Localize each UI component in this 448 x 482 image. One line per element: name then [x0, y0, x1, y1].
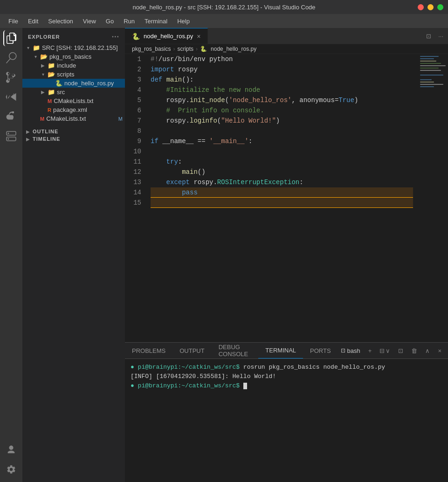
terminal-prompt-2: ● pi@brainypi:~/catkin_ws/src$ — [131, 382, 240, 389]
tree-item-src-root[interactable]: ▾ 📁 SRC [SSH: 192.168.22.155] — [22, 43, 125, 52]
xml-file-icon: R — [48, 107, 51, 113]
svg-point-2 — [8, 133, 9, 134]
line-num-6: 6 — [132, 105, 141, 116]
menu-selection[interactable]: Selection — [44, 16, 76, 26]
tree-item-scripts[interactable]: ▾ 📂 scripts — [22, 70, 125, 79]
tree-caret-timeline: ▶ — [24, 137, 32, 142]
code-line-1: #!/usr/bin/env python — [151, 54, 413, 64]
folder-icon-src-inner: 📁 — [48, 89, 55, 96]
svg-rect-11 — [420, 70, 441, 71]
code-area: 1 2 3 4 5 6 7 8 9 10 11 12 13 14 15 — [125, 54, 448, 342]
tree-item-cmake-pkg[interactable]: M CMakeLists.txt — [22, 96, 125, 105]
tree-label-pkg: pkg_ros_basics — [49, 53, 91, 60]
maximize-button[interactable] — [437, 4, 443, 10]
code-editor[interactable]: 1 2 3 4 5 6 7 8 9 10 11 12 13 14 15 — [125, 54, 418, 342]
minimize-button[interactable] — [427, 4, 434, 10]
git-indicator: M — [118, 116, 125, 122]
tree-caret-include: ▶ — [39, 63, 47, 68]
line-num-3: 3 — [132, 75, 141, 85]
window-controls — [418, 4, 443, 10]
more-actions-button[interactable]: ··· — [436, 31, 446, 41]
tab-python-icon: 🐍 — [132, 33, 140, 40]
panel-tab-debug-console[interactable]: DEBUG CONSOLE — [212, 343, 259, 358]
tree-item-src-inner[interactable]: ▶ 📁 src — [22, 88, 125, 96]
tree-item-node-hello-ros[interactable]: 🐍 node_hello_ros.py — [22, 79, 125, 88]
tree-item-include[interactable]: ▶ 📁 include — [22, 61, 125, 70]
breadcrumb-py-icon: 🐍 — [200, 46, 207, 52]
close-panel-button[interactable]: × — [435, 346, 444, 356]
svg-rect-5 — [420, 56, 439, 57]
terminal-cursor — [243, 383, 247, 389]
code-line-3: def main(): — [151, 75, 413, 85]
code-line-9: if __name__ == '__main__': — [151, 136, 413, 146]
tree-caret-src-root: ▾ — [24, 45, 32, 50]
terminal-shell-label: ⊡ bash — [338, 346, 363, 356]
svg-rect-10 — [420, 68, 439, 69]
kill-terminal-button[interactable]: 🗑 — [408, 346, 420, 356]
panel-tab-output[interactable]: OUTPUT — [172, 343, 211, 358]
breadcrumb-pkg[interactable]: pkg_ros_basics — [132, 46, 171, 52]
svg-rect-8 — [420, 63, 441, 64]
code-content[interactable]: #!/usr/bin/env python import rospy def m… — [146, 54, 418, 342]
source-control-activity-icon[interactable] — [3, 69, 19, 85]
breadcrumb-scripts[interactable]: scripts — [177, 46, 193, 52]
panel-tab-terminal[interactable]: TERMINAL — [258, 343, 303, 358]
editor-tab-node-hello-ros[interactable]: 🐍 node_hello_ros.py × — [125, 28, 208, 44]
menu-help[interactable]: Help — [173, 16, 193, 26]
terminal-prompt-1: ● pi@brainypi:~/catkin_ws/src$ — [131, 364, 240, 371]
terminal-content[interactable]: ● pi@brainypi:~/catkin_ws/src$ rosrun pk… — [125, 359, 448, 482]
line-num-1: 1 — [132, 54, 141, 64]
menu-file[interactable]: File — [5, 16, 22, 26]
code-line-10 — [151, 146, 413, 157]
code-line-11: try: — [151, 157, 413, 167]
account-activity-icon[interactable] — [3, 442, 19, 458]
folder-open-icon-scripts: 📂 — [48, 71, 55, 78]
explorer-activity-icon[interactable] — [3, 30, 19, 46]
sidebar: EXPLORER ··· ▾ 📁 SRC [SSH: 192.168.22.15… — [22, 28, 125, 482]
minimap-svg — [418, 54, 448, 189]
python-file-icon: 🐍 — [55, 80, 62, 87]
search-activity-icon[interactable] — [3, 50, 19, 66]
maximize-panel-button[interactable]: ⊡ — [395, 346, 406, 356]
tree-label-src-root: SRC [SSH: 192.168.22.155] — [42, 44, 118, 51]
panel-tab-problems[interactable]: PROBLEMS — [125, 343, 172, 358]
line-numbers: 1 2 3 4 5 6 7 8 9 10 11 12 13 14 15 — [125, 54, 146, 342]
terminal-line-3: ● pi@brainypi:~/catkin_ws/src$ — [131, 381, 442, 391]
close-button[interactable] — [418, 4, 424, 10]
code-line-6: # Print info on console. — [151, 105, 413, 116]
extensions-activity-icon[interactable] — [3, 109, 19, 124]
tree-caret-src-inner: ▶ — [39, 90, 47, 95]
tree-item-pkg-ros-basics[interactable]: ▾ 📂 pkg_ros_basics — [22, 52, 125, 61]
svg-rect-6 — [420, 58, 434, 59]
tree-item-timeline[interactable]: ▶ TIMELINE — [22, 135, 125, 143]
menu-go[interactable]: Go — [102, 16, 117, 26]
new-terminal-button[interactable]: + — [365, 346, 375, 356]
menu-edit[interactable]: Edit — [24, 16, 42, 26]
line-num-7: 7 — [132, 116, 141, 126]
code-line-13: except rospy.ROSInterruptException: — [151, 177, 413, 187]
sidebar-header: EXPLORER ··· — [22, 28, 125, 43]
settings-activity-icon[interactable] — [3, 461, 19, 477]
remote-explorer-activity-icon[interactable] — [3, 128, 19, 144]
panel-tab-ports[interactable]: PORTS — [303, 343, 338, 358]
tree-item-package-xml[interactable]: R package.xml — [22, 105, 125, 114]
breadcrumb: pkg_ros_basics › scripts › 🐍 node_hello_… — [125, 44, 448, 54]
tree-item-cmake-root[interactable]: M CMakeLists.txt M — [22, 114, 125, 123]
line-num-4: 4 — [132, 85, 141, 95]
tree-label-cmake-root: CMakeLists.txt — [46, 115, 86, 122]
svg-rect-12 — [420, 75, 443, 76]
menu-terminal[interactable]: Terminal — [141, 16, 171, 26]
menu-run[interactable]: Run — [120, 16, 138, 26]
main-layout: EXPLORER ··· ▾ 📁 SRC [SSH: 192.168.22.15… — [0, 28, 448, 482]
tree-item-outline[interactable]: ▶ OUTLINE — [22, 128, 125, 135]
breadcrumb-filename[interactable]: node_hello_ros.py — [211, 46, 256, 52]
folder-icon: 📁 — [33, 44, 40, 51]
split-editor-button[interactable]: ⊡ — [424, 31, 434, 41]
file-tree: ▾ 📁 SRC [SSH: 192.168.22.155] ▾ 📂 pkg_ro… — [22, 43, 125, 482]
split-terminal-button[interactable]: ⊟ ∨ — [377, 346, 393, 356]
tab-close-button[interactable]: × — [197, 33, 200, 40]
chevron-up-icon[interactable]: ∧ — [422, 346, 433, 356]
menu-view[interactable]: View — [79, 16, 100, 26]
run-debug-activity-icon[interactable] — [3, 89, 19, 105]
sidebar-menu-icon[interactable]: ··· — [112, 33, 119, 41]
